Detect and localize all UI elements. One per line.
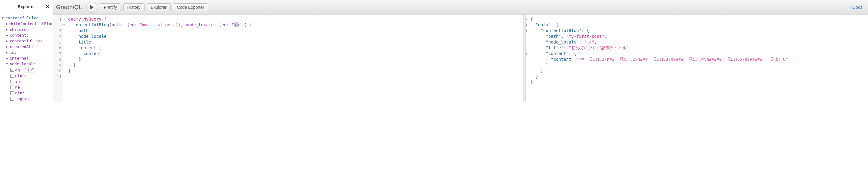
- toolbar: GraphiQL Prettify History Explorer Code …: [53, 0, 868, 14]
- checkbox-icon[interactable]: [10, 68, 14, 72]
- tree-filter-glob[interactable]: glob:: [2, 73, 52, 79]
- chevron-right-icon: ▶: [6, 38, 9, 44]
- tree-field[interactable]: ▶parent:: [2, 102, 52, 102]
- tree-label: id: [10, 49, 14, 55]
- fold-marker[interactable]: ▾: [63, 22, 67, 28]
- result-fold-gutter: ▾ ▾ ▾ ▾: [526, 14, 529, 102]
- result-viewer: ▾ ▾ ▾ ▾ { "data": { "contentfulBlog": { …: [526, 14, 868, 102]
- tree-field[interactable]: ▶childContentfulBlogContentTextNode:: [2, 21, 52, 27]
- fold-marker[interactable]: ▾: [526, 22, 529, 28]
- chevron-right-icon: ▶: [6, 27, 9, 32]
- chevron-right-icon: ▶: [6, 55, 9, 61]
- chevron-down-icon: ▼: [2, 15, 5, 21]
- tree-field[interactable]: ▶createdAt:: [2, 44, 52, 49]
- tree-filter-regex[interactable]: regex:: [2, 96, 52, 102]
- explorer-tree: ▼ contentfulBlog ▶childContentfulBlogCon…: [0, 13, 53, 102]
- tree-root[interactable]: ▼ contentfulBlog: [2, 15, 52, 21]
- close-icon[interactable]: ✕: [45, 3, 50, 10]
- chevron-right-icon: ▶: [6, 32, 9, 38]
- tree-label: in:: [15, 79, 22, 84]
- code-exporter-button[interactable]: Code Exporter: [173, 3, 208, 11]
- history-button[interactable]: History: [123, 3, 145, 11]
- line-gutter: 1 2 3 4 5 6 7 8 9 10 11: [53, 14, 63, 102]
- fold-marker[interactable]: ▾: [526, 51, 529, 57]
- checkbox-icon[interactable]: [10, 80, 14, 83]
- execute-button[interactable]: [86, 2, 97, 13]
- result-code[interactable]: { "data": { "contentfulBlog": { "path": …: [529, 14, 868, 102]
- tree-filter-in[interactable]: in:: [2, 79, 52, 84]
- fold-marker[interactable]: ▾: [526, 28, 529, 34]
- tree-filter-nin[interactable]: nin:: [2, 90, 52, 96]
- tree-label: children: [10, 27, 29, 32]
- editor-result-split: 1 2 3 4 5 6 7 8 9 10 11 ▾ ▾ query MyQuer…: [53, 14, 868, 102]
- query-code[interactable]: query MyQuery { contentfulBlog(path: {eq…: [67, 14, 523, 102]
- tree-field-node-locale[interactable]: ▼node_locale:: [2, 61, 52, 67]
- tree-label: internal: [10, 55, 29, 61]
- explorer-button[interactable]: Explorer: [147, 3, 170, 11]
- chevron-right-icon: ▶: [6, 44, 9, 49]
- tree-field[interactable]: ▶id:: [2, 49, 52, 55]
- chevron-right-icon: ▶: [6, 102, 9, 102]
- tree-label: eq:: [15, 67, 22, 73]
- explorer-panel: Explorer ✕ ▼ contentfulBlog ▶childConten…: [0, 0, 53, 102]
- tree-field[interactable]: ▶content:: [2, 32, 52, 38]
- tree-label: node_locale: [10, 61, 36, 67]
- tree-label: createdAt: [10, 44, 31, 49]
- explorer-title: Explorer: [18, 4, 35, 9]
- fold-gutter: ▾ ▾: [63, 14, 67, 102]
- play-icon: [90, 5, 94, 10]
- tree-label: content: [10, 32, 26, 38]
- main-area: GraphiQL Prettify History Explorer Code …: [53, 0, 868, 102]
- tree-label: parent: [10, 102, 24, 102]
- chevron-right-icon: ▶: [6, 49, 9, 55]
- tree-field[interactable]: ▶internal:: [2, 55, 52, 61]
- fold-marker[interactable]: ▾: [526, 16, 529, 22]
- tree-label: ne:: [15, 84, 22, 90]
- explorer-header: Explorer ✕: [0, 0, 53, 13]
- tree-label: contentful_id: [10, 38, 40, 44]
- tree-label: glob:: [15, 73, 27, 79]
- tree-label: contentfulBlog: [5, 15, 39, 21]
- tree-value[interactable]: "ja": [25, 67, 34, 73]
- prettify-button[interactable]: Prettify: [100, 3, 121, 11]
- docs-toggle[interactable]: 〈 Docs: [846, 4, 863, 10]
- query-editor[interactable]: 1 2 3 4 5 6 7 8 9 10 11 ▾ ▾ query MyQuer…: [53, 14, 523, 102]
- docs-label: Docs: [852, 4, 863, 10]
- tree-label: regex:: [15, 96, 29, 102]
- chevron-left-icon: 〈: [846, 4, 851, 10]
- checkbox-icon[interactable]: [10, 74, 14, 78]
- resize-handle[interactable]: [523, 14, 526, 102]
- tree-label: childContentfulBlogContentTextNode: [8, 21, 53, 27]
- tree-filter-eq[interactable]: eq: "ja": [2, 67, 52, 73]
- chevron-down-icon: ▼: [6, 61, 9, 67]
- checkbox-icon[interactable]: [10, 97, 14, 101]
- graphiql-logo: GraphiQL: [56, 4, 82, 10]
- tree-field[interactable]: ▶children:: [2, 27, 52, 32]
- fold-marker[interactable]: ▾: [63, 16, 67, 22]
- tree-filter-ne[interactable]: ne:: [2, 84, 52, 90]
- tree-field[interactable]: ▶contentful_id:: [2, 38, 52, 44]
- chevron-right-icon: ▶: [6, 21, 8, 27]
- checkbox-icon[interactable]: [10, 85, 14, 89]
- checkbox-icon[interactable]: [10, 91, 14, 95]
- tree-label: nin:: [15, 90, 25, 96]
